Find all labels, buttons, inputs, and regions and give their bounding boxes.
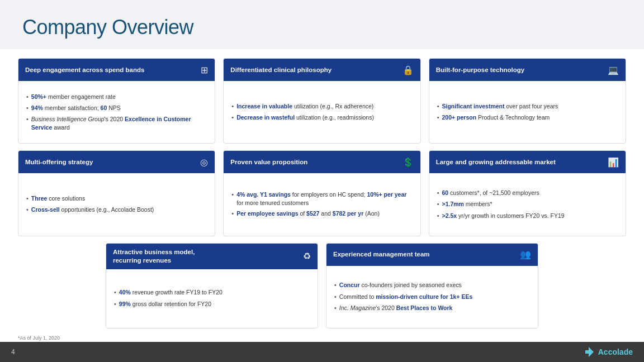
content-area: Deep engagement across spend bands ⊞ 50%… [0,49,644,333]
card-header-business-model: Attractive business model,recurring reve… [106,244,318,269]
bullet-text-2: 94% member satisfaction; 60 NPS [31,104,121,112]
bullet-multi-2: Cross-sell opportunities (e.g., Accolade… [26,206,207,214]
value-icon: 💲 [402,157,414,168]
bullet-mgmt-text-1: Concur co-founders joined by seasoned ex… [339,281,462,289]
bullet-value-text-2: Per employee savings of $527 and $782 pe… [236,209,380,218]
bullet-biz-text-2: 99% gross dollar retention for FY20 [119,300,211,308]
bullet-market-1: 60 customers*, of ~21,500 employers [437,189,618,197]
page-title: Company Overview [22,16,622,39]
bullet-market-text-3: >2.5x yr/yr growth in customers FY20 vs.… [442,212,565,220]
bullet-market-3: >2.5x yr/yr growth in customers FY20 vs.… [437,212,618,220]
bullet-clinical-1: Increase in valuable utilization (e.g., … [231,102,412,111]
bullet-biz-1: 40% revenue growth rate FY19 to FY20 [114,288,310,297]
bullet-multi-text-1: Three core solutions [31,194,85,203]
card-value: Proven value proposition 💲 4% avg. Y1 sa… [223,150,420,236]
card-body-value: 4% avg. Y1 savings for employers on HC s… [224,173,420,235]
bullet-mgmt-3: Inc. Magazine's 2020 Best Places to Work [334,304,530,312]
bullet-biz-text-1: 40% revenue growth rate FY19 to FY20 [119,288,222,297]
card-title-market: Large and growing addressable market [436,158,556,166]
card-title-deep-engagement: Deep engagement across spend bands [25,66,144,74]
card-body-technology: Significant investment over past four ye… [429,81,626,143]
card-header-market: Large and growing addressable market 📊 [429,151,626,173]
slide: Company Overview Deep engagement across … [0,0,644,362]
bullet-biz-2: 99% gross dollar retention for FY20 [114,300,310,308]
bullet-2: 94% member satisfaction; 60 NPS [26,104,207,112]
card-title-clinical: Differentiated clinical philosophy [230,66,332,74]
card-title-technology: Built-for-purpose technology [436,66,524,74]
cards-row-1: Deep engagement across spend bands ⊞ 50%… [18,58,626,144]
bullet-text-1: 50%+ member engagement rate [31,93,116,101]
clinical-icon: 🔒 [402,65,414,75]
card-header-management: Experienced management team 👥 [326,244,538,266]
card-header-value: Proven value proposition 💲 [224,151,420,173]
card-body-business-model: 40% revenue growth rate FY19 to FY20 99%… [106,269,318,328]
bullet-mgmt-1: Concur co-founders joined by seasoned ex… [334,281,530,289]
bullet-tech-text-2: 200+ person Product & Technology team [442,113,550,122]
bullet-value-1: 4% avg. Y1 savings for employers on HC s… [231,190,412,207]
bullet-market-text-2: >1.7mm members* [442,200,493,208]
card-header-multi-offering: Multi-offering strategy ◎ [18,151,215,173]
bullet-mgmt-text-3: Inc. Magazine's 2020 Best Places to Work [339,304,453,312]
card-deep-engagement: Deep engagement across spend bands ⊞ 50%… [18,58,215,144]
bullet-value-text-1: 4% avg. Y1 savings for employers on HC s… [236,190,412,207]
bullet-tech-1: Significant investment over past four ye… [437,102,618,111]
logo-area: Accolade [583,346,633,358]
card-title-business-model: Attractive business model,recurring reve… [113,248,195,265]
card-title-value: Proven value proposition [230,158,307,166]
market-icon: 📊 [608,157,619,168]
engagement-icon: ⊞ [201,65,208,75]
card-header-clinical: Differentiated clinical philosophy 🔒 [224,59,420,81]
card-header-technology: Built-for-purpose technology 💻 [429,59,626,81]
bullet-tech-2: 200+ person Product & Technology team [437,113,618,122]
header-area: Company Overview [0,0,644,49]
bullet-multi-1: Three core solutions [26,194,207,203]
cards-row-3: Attractive business model,recurring reve… [18,243,626,328]
card-body-market: 60 customers*, of ~21,500 employers >1.7… [429,173,626,235]
bullet-text-3: Business Intelligence Group's 2020 Excel… [31,115,207,131]
bullet-multi-text-2: Cross-sell opportunities (e.g., Accolade… [31,206,154,214]
management-icon: 👥 [520,249,531,260]
card-body-clinical: Increase in valuable utilization (e.g., … [224,81,420,143]
bullet-mgmt-2: Committed to mission-driven culture for … [334,293,530,301]
card-header-deep-engagement: Deep engagement across spend bands ⊞ [18,59,215,81]
logo-icon [583,346,595,358]
logo-text: Accolade [598,347,633,356]
card-multi-offering: Multi-offering strategy ◎ Three core sol… [18,150,215,236]
footnote: *As of July 1, 2020 [0,333,644,342]
business-icon: ♻ [303,251,311,261]
card-title-management: Experienced management team [333,250,430,259]
card-market: Large and growing addressable market 📊 6… [429,150,626,236]
multi-icon: ◎ [200,157,208,168]
svg-marker-0 [585,347,594,357]
bullet-clinical-2: Decrease in wasteful utilization (e.g., … [231,113,412,122]
bullet-mgmt-text-2: Committed to mission-driven culture for … [339,293,472,301]
bullet-3: Business Intelligence Group's 2020 Excel… [26,115,207,131]
card-technology: Built-for-purpose technology 💻 Significa… [429,58,626,144]
bullet-market-text-1: 60 customers*, of ~21,500 employers [442,189,539,197]
bullet-clinical-text-2: Decrease in wasteful utilization (e.g., … [236,113,374,122]
card-body-deep-engagement: 50%+ member engagement rate 94% member s… [18,81,215,143]
card-body-management: Concur co-founders joined by seasoned ex… [326,266,538,328]
bullet-tech-text-1: Significant investment over past four ye… [442,102,558,111]
bullet-clinical-text-1: Increase in valuable utilization (e.g., … [236,102,373,111]
card-business-model: Attractive business model,recurring reve… [106,243,318,328]
bullet-1: 50%+ member engagement rate [26,93,207,101]
cards-row-2: Multi-offering strategy ◎ Three core sol… [18,150,626,236]
bullet-market-2: >1.7mm members* [437,200,618,208]
technology-icon: 💻 [608,65,619,75]
footer-bar: 4 Accolade [0,342,644,362]
card-body-multi-offering: Three core solutions Cross-sell opportun… [18,173,215,235]
card-clinical: Differentiated clinical philosophy 🔒 Inc… [223,58,420,144]
card-management: Experienced management team 👥 Concur co-… [326,243,538,328]
page-number: 4 [11,348,15,356]
bullet-value-2: Per employee savings of $527 and $782 pe… [231,209,412,218]
card-title-multi-offering: Multi-offering strategy [25,158,93,166]
